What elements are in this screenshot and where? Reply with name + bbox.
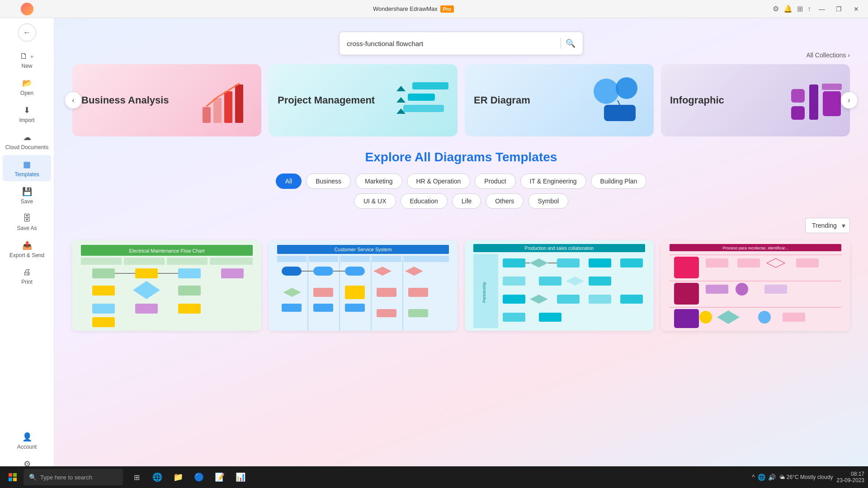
svg-rect-17: [823, 91, 841, 116]
carousel-next-button[interactable]: ›: [841, 92, 857, 108]
template-card-2[interactable]: Customer Service System: [269, 240, 458, 331]
sidebar-item-cloud[interactable]: ☁ Cloud Documents: [3, 128, 51, 154]
filter-marketing[interactable]: Marketing: [355, 174, 402, 189]
taskbar-search[interactable]: 🔍 Type here to search: [24, 469, 123, 485]
filter-symbol[interactable]: Symbol: [528, 193, 568, 209]
sidebar-item-open[interactable]: 📂 Open: [3, 74, 51, 100]
sidebar-item-save[interactable]: 💾 Save: [3, 182, 51, 208]
share-icon[interactable]: ↑: [807, 5, 811, 13]
sound-icon[interactable]: 🔊: [768, 474, 776, 481]
template-card-1[interactable]: Electrical Maintenance Flow Chart: [72, 240, 261, 331]
carousel-card-infographic[interactable]: Infographic: [661, 64, 850, 136]
svg-rect-86: [557, 295, 580, 304]
filter-row-1: All Business Marketing HR & Operation Pr…: [72, 174, 850, 189]
weather-icon: 🌥: [779, 474, 785, 480]
search-button[interactable]: 🔍: [566, 38, 576, 48]
svg-rect-113: [9, 478, 12, 481]
chevron-up-icon[interactable]: ^: [752, 474, 755, 481]
svg-rect-61: [377, 288, 396, 297]
filter-product[interactable]: Product: [475, 174, 515, 189]
taskbar-clock[interactable]: 08:17 23-09-2023: [837, 471, 864, 483]
sidebar-item-new[interactable]: 🗋 + New: [3, 47, 51, 73]
open-icon: 📂: [22, 78, 32, 88]
all-collections-link[interactable]: All Collections ›: [806, 52, 850, 59]
filter-it[interactable]: IT & Engineering: [520, 174, 586, 189]
svg-rect-89: [503, 313, 525, 322]
taskbar-app-chrome[interactable]: 🔵: [189, 467, 209, 487]
svg-rect-88: [620, 295, 643, 304]
taskbar-app-task-view[interactable]: ⊞: [127, 467, 146, 487]
svg-rect-34: [178, 286, 201, 296]
svg-rect-15: [791, 106, 805, 120]
svg-rect-112: [13, 473, 17, 477]
taskbar-app-explorer[interactable]: 📁: [168, 467, 188, 487]
svg-rect-6: [403, 105, 444, 112]
template-card-4[interactable]: Proceso para recolectar, identificar...: [661, 240, 850, 331]
svg-rect-73: [503, 258, 525, 267]
sidebar-item-saveas[interactable]: 🗄 Save As: [3, 209, 51, 235]
pro-badge: Pro: [440, 5, 454, 13]
carousel-card-er-diagram[interactable]: ER Diagram: [465, 64, 654, 136]
carousel-card-project-management[interactable]: Project Management: [269, 64, 458, 136]
svg-rect-60: [345, 286, 365, 299]
svg-text:Customer Service System: Customer Service System: [334, 247, 392, 252]
new-icon: 🗋: [20, 52, 28, 61]
restore-button[interactable]: ❐: [833, 3, 845, 15]
template-card-3[interactable]: Production and sales collaboration Partn…: [465, 240, 654, 331]
carousel-prev-button[interactable]: ‹: [65, 92, 81, 108]
filter-life[interactable]: Life: [452, 193, 481, 209]
carousel-card-business-analysis[interactable]: Business Analysis: [72, 64, 261, 136]
svg-rect-46: [404, 256, 449, 262]
filter-building[interactable]: Building Plan: [591, 174, 647, 189]
network-icon[interactable]: 🌐: [758, 474, 765, 481]
save-icon: 💾: [22, 187, 32, 197]
svg-point-11: [616, 77, 637, 99]
filter-row-2: UI & UX Education Life Others Symbol: [72, 193, 850, 209]
weather-text: 26°C Mostly cloudy: [787, 474, 833, 480]
sidebar-item-print[interactable]: 🖨 Print: [3, 263, 51, 289]
trending-select[interactable]: Trending Newest Popular: [805, 218, 850, 233]
svg-rect-5: [408, 94, 435, 101]
grid-icon[interactable]: ⊞: [797, 5, 803, 13]
close-button[interactable]: ✕: [850, 3, 863, 15]
svg-rect-37: [178, 304, 201, 314]
svg-rect-2: [224, 91, 232, 123]
sidebar-item-templates[interactable]: ▦ Templates: [3, 155, 51, 181]
saveas-icon: 🗄: [23, 214, 31, 223]
filter-business[interactable]: Business: [306, 174, 351, 189]
filter-education[interactable]: Education: [401, 193, 448, 209]
svg-marker-8: [396, 97, 406, 103]
svg-rect-29: [221, 268, 244, 278]
filter-all[interactable]: All: [276, 174, 302, 189]
svg-rect-62: [408, 288, 428, 297]
notification-icon[interactable]: 🔔: [783, 5, 793, 13]
start-button[interactable]: [4, 468, 22, 486]
taskbar-app-edge[interactable]: 🌐: [147, 467, 167, 487]
template-thumb-3: Production and sales collaboration Partn…: [465, 240, 654, 331]
filter-others[interactable]: Others: [486, 193, 524, 209]
account-label: Account: [17, 444, 37, 450]
sidebar-item-import[interactable]: ⬇ Import: [3, 101, 51, 127]
taskbar-app-word[interactable]: 📝: [210, 467, 230, 487]
search-input[interactable]: [347, 40, 556, 47]
filter-hr[interactable]: HR & Operation: [407, 174, 471, 189]
card-title-infographic: Infographic: [670, 94, 724, 107]
svg-rect-76: [589, 258, 611, 267]
settings-icon[interactable]: ⚙: [773, 5, 779, 13]
minimize-button[interactable]: —: [816, 3, 828, 15]
explore-title-highlight: All Diagrams Templates: [415, 150, 557, 164]
card-icon-er-diagram: [590, 75, 645, 125]
template-grid: Electrical Maintenance Flow Chart: [72, 240, 850, 331]
sidebar-item-account[interactable]: 👤 Account: [3, 427, 51, 454]
nav-items: 🗋 + New 📂 Open ⬇ Import ☁ Cloud Document…: [0, 45, 54, 427]
filter-ui[interactable]: UI & UX: [354, 193, 396, 209]
back-button[interactable]: ←: [18, 23, 36, 42]
taskbar-apps: ⊞ 🌐 📁 🔵 📝 📊: [127, 467, 250, 487]
svg-rect-80: [503, 277, 525, 286]
svg-rect-90: [539, 313, 561, 322]
taskbar-app-edraw[interactable]: 📊: [231, 467, 250, 487]
tray-icons: ^ 🌐 🔊: [752, 474, 776, 481]
sidebar-item-export[interactable]: 📤 Export & Send: [3, 236, 51, 262]
svg-rect-66: [377, 309, 396, 317]
card-icon-project-management: [394, 75, 448, 125]
